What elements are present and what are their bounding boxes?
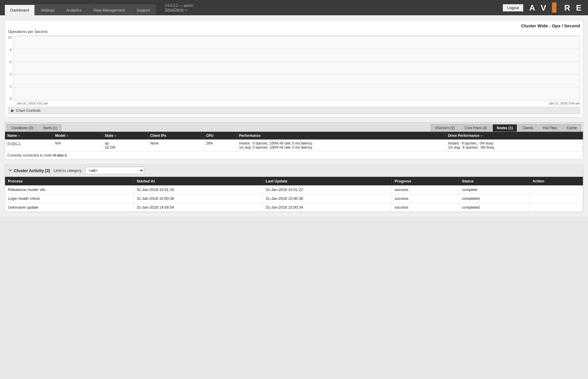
section-tabs-bar: Conditions (0) Alerts (1) VServers (0) C…: [5, 122, 583, 132]
tab-analytics[interactable]: Analytics: [61, 5, 87, 15]
activity-action-1: [529, 185, 583, 194]
activity-updated-3: 31-Jan-2018 15:00:34: [263, 203, 392, 212]
version-info: V4.8.2.2 --- admin SetupDemo ▭: [165, 4, 193, 12]
activity-progress-2: success: [392, 194, 459, 203]
col-process: Process: [5, 177, 133, 185]
logout-button[interactable]: Logout: [503, 4, 523, 11]
tab-dashboard[interactable]: Dashboard: [5, 5, 35, 15]
y-label-4: 4: [10, 72, 11, 76]
chart-controls[interactable]: ▶ Chart Controls: [8, 107, 580, 114]
activity-process-1: Rebalance cluster vifs: [5, 185, 133, 194]
chart-container: 10 8 6 4 2 0: [8, 36, 580, 100]
tab-cache[interactable]: Cache: [562, 124, 581, 132]
tab-settings[interactable]: Settings: [35, 5, 60, 15]
activity-status-3: completed: [459, 203, 529, 212]
activity-action-3: [529, 203, 583, 212]
chart-section: Cluster Wide - Ops / Second Operations p…: [5, 20, 583, 117]
col-drive-performance: Drive Performance▼: [445, 132, 583, 139]
col-state: State▼: [102, 132, 148, 139]
tab-alerts[interactable]: Alerts (1): [39, 124, 62, 132]
tabs-section: Conditions (0) Alerts (1) VServers (0) C…: [5, 122, 583, 159]
col-name: Name▼: [5, 132, 53, 139]
sort-name-icon[interactable]: ▼: [18, 134, 21, 137]
cell-name: rh-doc-1: [5, 139, 53, 152]
cell-drive-performance: Instant: 9 ops/sec; 0% busy.1m avg: 8 op…: [445, 139, 583, 152]
collapse-triangle-icon[interactable]: [9, 169, 12, 172]
cell-client-ips: None: [148, 139, 203, 152]
activity-header: Cluster Activity (3) Limit to category <…: [5, 164, 583, 177]
nav-tabs: Dashboard Settings Analytics Data Manage…: [5, 0, 156, 15]
activity-title: Cluster Activity (3): [9, 168, 50, 173]
sort-model-icon[interactable]: ▼: [66, 134, 69, 137]
chart-area: [13, 36, 580, 100]
activity-section: Cluster Activity (3) Limit to category <…: [5, 164, 583, 212]
col-last-update: Last Update: [263, 177, 392, 185]
y-label-0: 0: [10, 97, 11, 100]
activity-started-1: 31-Jan-2018 15:01:20: [133, 185, 263, 194]
activity-status-1: complete: [459, 185, 529, 194]
col-client-ips: Client IPs: [148, 132, 203, 139]
chart-controls-label: Chart Controls: [16, 108, 41, 113]
setup-demo-link[interactable]: SetupDemo: [165, 8, 183, 12]
header: Dashboard Settings Analytics Data Manage…: [0, 0, 588, 15]
cell-model: N/A: [53, 139, 102, 152]
tab-vservers[interactable]: VServers (0): [431, 124, 459, 132]
activity-action-2: [529, 194, 583, 203]
chart-wide-title: Cluster Wide - Ops / Second: [8, 23, 580, 28]
col-started-at: Started At: [133, 177, 263, 185]
sort-state-icon[interactable]: ▼: [114, 134, 117, 137]
sort-drive-icon[interactable]: ▼: [480, 134, 483, 137]
y-label-10: 10: [8, 36, 11, 39]
x-label-end: Jan 31, 2018 3:04 pm: [549, 102, 580, 105]
y-label-6: 6: [10, 60, 11, 64]
activity-updated-2: 31-Jan-2018 15:00:38: [263, 194, 392, 203]
activity-started-3: 31-Jan-2018 14:59:54: [133, 203, 263, 212]
activity-table: Process Started At Last Update Progress …: [5, 177, 583, 212]
connected-message: Currently connected to node rh-doc-1.: [5, 152, 583, 159]
tab-hot-files[interactable]: Hot Files: [539, 124, 561, 132]
col-cpu: CPU: [203, 132, 236, 139]
logo: A V ▋ R E: [529, 3, 583, 13]
activity-updated-1: 31-Jan-2018 15:01:22: [263, 185, 392, 194]
chart-controls-triangle: ▶: [11, 108, 14, 113]
activity-row-2: Login health check 31-Jan-2018 15:00:38 …: [5, 194, 583, 203]
limit-label: Limit to category: [54, 168, 81, 173]
tab-clients[interactable]: Clients: [518, 124, 538, 132]
y-label-2: 2: [10, 84, 11, 88]
col-performance: Performance: [236, 132, 445, 139]
y-label-8: 8: [10, 48, 11, 51]
tab-support[interactable]: Support: [131, 5, 156, 15]
tab-conditions[interactable]: Conditions (0): [7, 124, 38, 132]
chart-y-axis: 10 8 6 4 2 0: [8, 36, 13, 100]
tab-data-management[interactable]: Data Management: [88, 5, 131, 15]
col-action: Action: [529, 177, 583, 185]
main-content: Cluster Wide - Ops / Second Operations p…: [0, 15, 588, 217]
activity-process-3: Username update: [5, 203, 133, 212]
col-progress: Progress: [392, 177, 459, 185]
cell-state: up1d 23h: [102, 139, 148, 152]
tab-core-filers[interactable]: Core Filers (0): [460, 124, 492, 132]
activity-row-1: Rebalance cluster vifs 31-Jan-2018 15:01…: [5, 185, 583, 194]
activity-started-2: 31-Jan-2018 15:00:38: [133, 194, 263, 203]
table-row: rh-doc-1 N/A up1d 23h None 28% Instant: …: [5, 139, 583, 152]
col-model: Model▼: [53, 132, 102, 139]
chart-x-labels: Jan 31, 2018 3:01 pm Jan 31, 2018 3:04 p…: [8, 102, 580, 105]
activity-status-2: completed: [459, 194, 529, 203]
version-text: V4.8.2.2 --- admin: [165, 4, 193, 8]
nodes-table: Name▼ Model▼ State▼ Client IPs CPU Perfo…: [5, 132, 583, 152]
category-select[interactable]: <all> rebalance login update: [85, 167, 144, 174]
x-label-start: Jan 31, 2018 3:01 pm: [17, 102, 48, 105]
activity-progress-1: success: [392, 185, 459, 194]
logo-highlight: ▋: [552, 3, 560, 12]
activity-row-3: Username update 31-Jan-2018 14:59:54 31-…: [5, 203, 583, 212]
tab-nodes[interactable]: Nodes (1): [492, 124, 517, 132]
activity-process-2: Login health check: [5, 194, 133, 203]
chart-ops-label: Operations per Second: [8, 29, 580, 34]
cell-performance: Instant: 0 ops/sec; 100% hit rate; 0 ms …: [236, 139, 445, 152]
node-link[interactable]: rh-doc-1: [7, 141, 21, 145]
activity-progress-3: success: [392, 203, 459, 212]
col-status: Status: [459, 177, 529, 185]
cell-cpu: 28%: [203, 139, 236, 152]
connected-node: rh-doc-1: [53, 153, 67, 157]
